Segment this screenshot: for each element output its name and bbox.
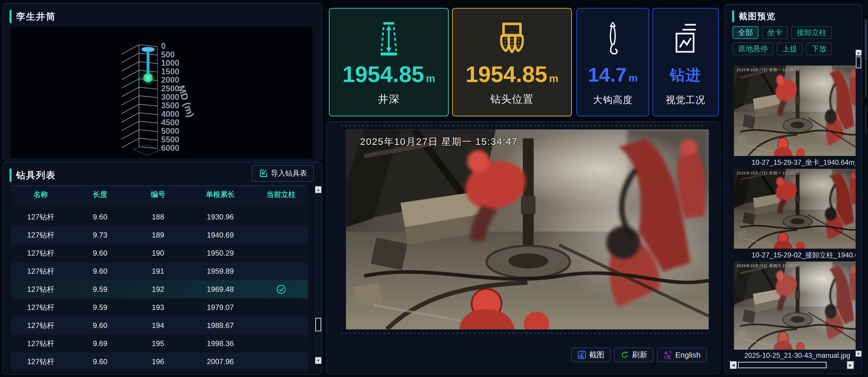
filter-slips-set[interactable]: 坐卡 — [762, 26, 788, 39]
import-tools-button[interactable]: 导入钻具表 — [252, 165, 314, 182]
current-check-icon — [276, 284, 286, 294]
filter-pull-up[interactable]: 上提 — [777, 42, 803, 55]
refresh-button[interactable]: 刷新 — [614, 348, 653, 362]
well-depth-label: 井深 — [378, 92, 400, 106]
column-header-length: 长度 — [70, 190, 130, 199]
table-header-row: 名称 长度 编号 单根累长 当前立柱 — [11, 186, 308, 204]
visual-condition-card: 钻进 视觉工况 — [652, 8, 719, 116]
svg-text:3000: 3000 — [161, 92, 179, 102]
table-scrollbar-track[interactable] — [315, 193, 321, 357]
column-header-number: 编号 — [130, 190, 186, 199]
filter-hover-in-place[interactable]: 原地悬停 — [733, 42, 773, 55]
column-header-cumulative: 单根累长 — [186, 190, 254, 199]
svg-text:6000: 6000 — [161, 143, 179, 153]
table-row[interactable]: 127钻杆9.59 1931979.07 — [11, 299, 308, 316]
visual-condition-value: 钻进 — [670, 67, 702, 82]
svg-text:0: 0 — [161, 41, 166, 51]
drill-tools-panel: 钻具列表 导入钻具表 名称 长度 编号 单根累长 当前立柱 127钻杆 9.60 — [2, 162, 322, 375]
table-scroll-up-button[interactable]: ▲ — [315, 186, 321, 193]
column-header-name: 名称 — [11, 190, 70, 199]
live-video-panel: 2025年10月27日 星期一 15:34:47 截图 — [326, 122, 720, 374]
svg-text:3500: 3500 — [161, 101, 179, 110]
table-row[interactable]: 127钻杆9.60 1881930.96 — [11, 208, 308, 226]
twin-wellbore-panel: 孪生井筒 — [2, 3, 322, 160]
refresh-icon — [620, 351, 629, 359]
import-icon — [258, 169, 268, 178]
edge-artifact — [865, 106, 866, 133]
visual-condition-icon — [673, 22, 698, 56]
wellbore-3d-plot: 0 500 1000 1500 2000 2500 3000 3500 4000… — [11, 27, 313, 158]
thumbnail-image — [734, 66, 861, 156]
hook-height-value: 14.7m — [588, 65, 638, 85]
thumbnail-caption: 10-27_15-29-37_坐卡_1940.64m_编号_1 — [734, 158, 861, 167]
bit-position-value: 1954.85m — [466, 63, 558, 86]
well-depth-card: 1954.85m 井深 — [329, 8, 449, 116]
rig-floor-scene — [346, 129, 709, 329]
depth-axis: 0 500 1000 1500 2000 2500 3000 3500 4000… — [161, 41, 196, 153]
table-row[interactable]: 127钻杆9.60 1901950.29 — [11, 244, 308, 262]
preview-scroll-left-button[interactable]: ◀ — [730, 361, 737, 369]
language-button-label: English — [675, 351, 701, 359]
video-actions: 截图 刷新 A 文 English — [571, 348, 707, 362]
screenshot-button-label: 截图 — [589, 350, 604, 360]
accent-bar — [9, 10, 11, 23]
panel-header: 截图预览 — [732, 10, 776, 22]
thumbnail-timestamp: 2025年10月27日 星期一 15:29:05 — [737, 171, 799, 176]
svg-text:文: 文 — [666, 354, 671, 359]
filter-lower-down[interactable]: 下放 — [806, 42, 832, 55]
screenshot-thumbnail[interactable]: 2025年10月25日 星期六 21:30:40 2025-10-25_21-3… — [734, 261, 861, 359]
preview-scroll-down-button[interactable]: ▼ — [856, 351, 862, 357]
table-row-clipped[interactable]: 127钻杆 9.60 187 1921.36 — [11, 204, 308, 208]
preview-scrollbar-thumb[interactable] — [856, 57, 861, 68]
preview-scrollbar-track[interactable] — [856, 56, 862, 351]
page-scrollbar[interactable] — [864, 0, 868, 377]
well-depth-icon — [375, 22, 402, 56]
table-row[interactable]: 127钻杆9.60 1962007.96 — [11, 353, 308, 371]
table-row-current[interactable]: 127钻杆9.59 1921969.48 — [11, 280, 308, 299]
thumbnail-caption: 2025-10-25_21-30-43_manual.jpg — [734, 351, 861, 359]
page-scrollbar-thumb[interactable] — [865, 19, 867, 60]
drill-tools-table: 名称 长度 编号 单根累长 当前立柱 127钻杆 9.60 187 1921.3… — [11, 185, 308, 372]
visual-condition-label: 视觉工况 — [666, 94, 706, 106]
column-header-current: 当前立柱 — [254, 190, 308, 199]
hook-height-label: 大钩高度 — [593, 94, 633, 106]
filter-stand-connect[interactable]: 接卸立柱 — [792, 26, 832, 39]
table-scrollbar-thumb[interactable] — [315, 318, 321, 331]
hook-icon — [604, 22, 622, 56]
table-row[interactable]: 127钻杆9.60 1911959.89 — [11, 262, 308, 280]
preview-scroll-up-button[interactable]: ▲ — [856, 50, 862, 56]
drill-bit-marker — [141, 71, 155, 85]
screenshot-thumbnail[interactable]: 2025年10月27日 星期一 15:29:33 10-27_15-29-37_… — [734, 66, 861, 167]
hook-height-card: 14.7m 大钩高度 — [577, 8, 649, 116]
panel-title: 钻具列表 — [16, 169, 56, 182]
thumbnail-image — [734, 261, 861, 350]
table-row[interactable]: 127钻杆9.73 1891940.69 — [11, 226, 308, 244]
wellbore-3d-view[interactable]: 0 500 1000 1500 2000 2500 3000 3500 4000… — [11, 27, 313, 158]
preview-hscrollbar-thumb[interactable] — [738, 362, 827, 368]
live-video-feed: 2025年10月27日 星期一 15:34:47 — [346, 129, 709, 329]
table-row[interactable]: 127钻杆9.69 1951998.36 — [11, 335, 308, 353]
language-toggle-button[interactable]: A 文 English — [657, 348, 707, 362]
panel-title: 孪生井筒 — [16, 10, 56, 23]
screenshot-button[interactable]: 截图 — [571, 348, 611, 362]
thumbnail-image — [734, 169, 861, 249]
panel-header: 孪生井筒 — [9, 10, 56, 23]
screenshot-preview-panel: 截图预览 全部 坐卡 接卸立柱 原地悬停 上提 下放 2025年10月27日 星… — [724, 4, 862, 374]
screenshot-thumbnail[interactable]: 2025年10月27日 星期一 15:29:05 10-27_15-29-02_… — [734, 169, 861, 260]
edge-artifact — [865, 59, 866, 97]
table-row[interactable]: 127钻杆9.60 1941988.67 — [11, 316, 308, 335]
thumbnail-timestamp: 2025年10月25日 星期六 21:30:40 — [737, 263, 799, 269]
well-depth-value: 1954.85m — [342, 63, 435, 86]
frame-decoration-bottom — [341, 333, 706, 334]
video-timestamp-overlay: 2025年10月27日 星期一 15:34:47 — [360, 135, 518, 148]
drill-bit-icon — [497, 22, 527, 56]
table-scroll-down-button[interactable]: ▼ — [315, 357, 321, 364]
preview-scroll-right-button[interactable]: ▶ — [847, 361, 854, 369]
bit-position-card: 1954.85m 钻头位置 — [452, 8, 572, 116]
translate-icon: A 文 — [663, 350, 673, 359]
import-button-label: 导入钻具表 — [271, 168, 307, 178]
thumbnail-caption: 10-27_15-29-02_接卸立柱_1940.64m_编号 — [734, 250, 861, 260]
filter-all[interactable]: 全部 — [733, 26, 758, 39]
svg-text:2000: 2000 — [161, 75, 179, 85]
svg-text:500: 500 — [161, 50, 175, 59]
